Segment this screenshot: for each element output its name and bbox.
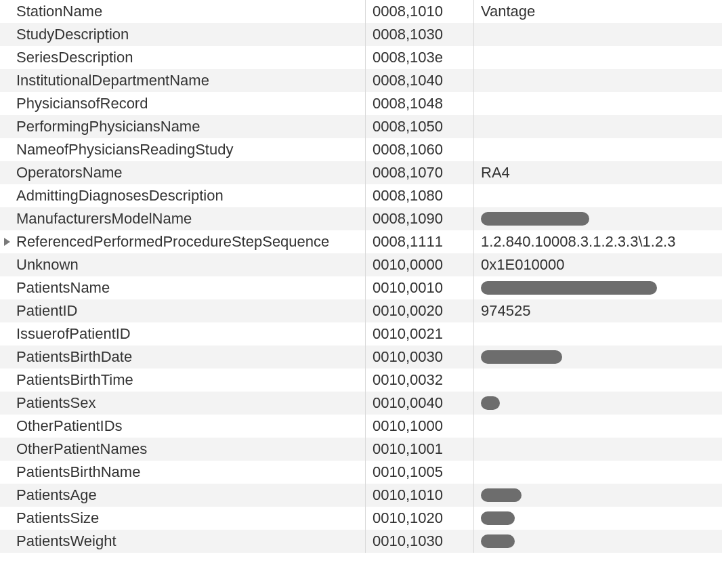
tag-id-cell: 0010,0021 (366, 322, 474, 345)
tag-id-cell: 0008,1010 (366, 0, 474, 23)
table-row[interactable]: PatientID0010,0020974525 (0, 299, 722, 322)
tag-name-cell: StudyDescription (14, 23, 366, 46)
tag-value-cell: 0x1E010000 (474, 253, 722, 276)
redacted-value (481, 281, 657, 295)
expand-cell (0, 530, 14, 553)
expand-cell (0, 253, 14, 276)
tag-value-cell (474, 138, 722, 161)
expand-cell (0, 161, 14, 184)
table-row[interactable]: PatientsBirthName0010,1005 (0, 461, 722, 484)
expand-cell (0, 115, 14, 138)
table-row[interactable]: AdmittingDiagnosesDescription0008,1080 (0, 184, 722, 207)
tag-value-cell (474, 438, 722, 461)
tag-value-cell (474, 46, 722, 69)
tag-name-cell: PatientsAge (14, 484, 366, 507)
tag-name-cell: PatientsBirthDate (14, 345, 366, 369)
tag-name-cell: PatientsBirthTime (14, 369, 366, 392)
tag-value-cell (474, 276, 722, 299)
tag-id-cell: 0010,0032 (366, 369, 474, 392)
expand-cell (0, 345, 14, 369)
expand-cell (0, 184, 14, 207)
tag-value-cell (474, 484, 722, 507)
redacted-value (481, 212, 589, 226)
redacted-value (481, 488, 522, 502)
expand-cell (0, 276, 14, 299)
table-row[interactable]: PerformingPhysiciansName0008,1050 (0, 115, 722, 138)
tag-id-cell: 0008,1070 (366, 161, 474, 184)
tag-value-cell (474, 92, 722, 115)
tag-id-cell: 0008,1030 (366, 23, 474, 46)
tag-value-cell (474, 345, 722, 369)
tag-name-cell: PerformingPhysiciansName (14, 115, 366, 138)
tag-id-cell: 0008,1040 (366, 69, 474, 92)
expand-cell (0, 46, 14, 69)
expand-cell (0, 322, 14, 345)
tag-name-cell: PatientsSex (14, 392, 366, 415)
tag-value-cell (474, 369, 722, 392)
table-row[interactable]: IssuerofPatientID0010,0021 (0, 322, 722, 345)
expand-cell (0, 138, 14, 161)
expand-cell (0, 207, 14, 230)
tag-id-cell: 0008,103e (366, 46, 474, 69)
redacted-value (481, 511, 515, 525)
tag-value-cell: 974525 (474, 299, 722, 322)
table-row[interactable]: PatientsSex0010,0040 (0, 392, 722, 415)
tag-id-cell: 0010,1030 (366, 530, 474, 553)
tag-name-cell: SeriesDescription (14, 46, 366, 69)
redacted-value (481, 534, 515, 548)
tag-id-cell: 0008,1050 (366, 115, 474, 138)
expand-cell (0, 69, 14, 92)
tag-value-cell: Vantage (474, 0, 722, 23)
tag-value-cell (474, 392, 722, 415)
expand-cell (0, 484, 14, 507)
disclosure-triangle-icon[interactable] (4, 238, 10, 246)
tag-value-cell (474, 115, 722, 138)
table-row[interactable]: ManufacturersModelName0008,1090 (0, 207, 722, 230)
tag-id-cell: 0010,0020 (366, 299, 474, 322)
expand-cell (0, 438, 14, 461)
table-row[interactable]: OtherPatientIDs0010,1000 (0, 415, 722, 438)
tag-value-cell (474, 23, 722, 46)
table-row[interactable]: OperatorsName0008,1070RA4 (0, 161, 722, 184)
tag-name-cell: NameofPhysiciansReadingStudy (14, 138, 366, 161)
redacted-value (481, 396, 500, 410)
table-row[interactable]: Unknown0010,00000x1E010000 (0, 253, 722, 276)
table-row[interactable]: PhysiciansofRecord0008,1048 (0, 92, 722, 115)
table-row[interactable]: OtherPatientNames0010,1001 (0, 438, 722, 461)
table-row[interactable]: PatientsBirthDate0010,0030 (0, 345, 722, 369)
tag-id-cell: 0010,1010 (366, 484, 474, 507)
tag-value-cell: RA4 (474, 161, 722, 184)
table-row[interactable]: InstitutionalDepartmentName0008,1040 (0, 69, 722, 92)
expand-cell (0, 92, 14, 115)
table-row[interactable]: ReferencedPerformedProcedureStepSequence… (0, 230, 722, 253)
expand-cell[interactable] (0, 230, 14, 253)
tag-id-cell: 0010,0000 (366, 253, 474, 276)
tag-name-cell: InstitutionalDepartmentName (14, 69, 366, 92)
table-row[interactable]: StudyDescription0008,1030 (0, 23, 722, 46)
tag-name-cell: AdmittingDiagnosesDescription (14, 184, 366, 207)
tag-name-cell: StationName (14, 0, 366, 23)
table-row[interactable]: PatientsSize0010,1020 (0, 507, 722, 530)
table-row[interactable]: SeriesDescription0008,103e (0, 46, 722, 69)
tag-id-cell: 0008,1111 (366, 230, 474, 253)
dicom-tag-table: StationName0008,1010VantageStudyDescript… (0, 0, 722, 553)
table-row[interactable]: NameofPhysiciansReadingStudy0008,1060 (0, 138, 722, 161)
tag-id-cell: 0010,1000 (366, 415, 474, 438)
table-row[interactable]: PatientsName0010,0010 (0, 276, 722, 299)
table-row[interactable]: PatientsWeight0010,1030 (0, 530, 722, 553)
tag-id-cell: 0010,0010 (366, 276, 474, 299)
expand-cell (0, 369, 14, 392)
tag-id-cell: 0008,1080 (366, 184, 474, 207)
table-row[interactable]: PatientsBirthTime0010,0032 (0, 369, 722, 392)
expand-cell (0, 392, 14, 415)
tag-value-cell (474, 461, 722, 484)
table-row[interactable]: StationName0008,1010Vantage (0, 0, 722, 23)
expand-cell (0, 461, 14, 484)
tag-name-cell: ReferencedPerformedProcedureStepSequence (14, 230, 366, 253)
tag-id-cell: 0008,1090 (366, 207, 474, 230)
table-row[interactable]: PatientsAge0010,1010 (0, 484, 722, 507)
tag-name-cell: OperatorsName (14, 161, 366, 184)
tag-value-cell: 1.2.840.10008.3.1.2.3.3\1.2.3 (474, 230, 722, 253)
tag-name-cell: OtherPatientNames (14, 438, 366, 461)
tag-name-cell: PatientsWeight (14, 530, 366, 553)
